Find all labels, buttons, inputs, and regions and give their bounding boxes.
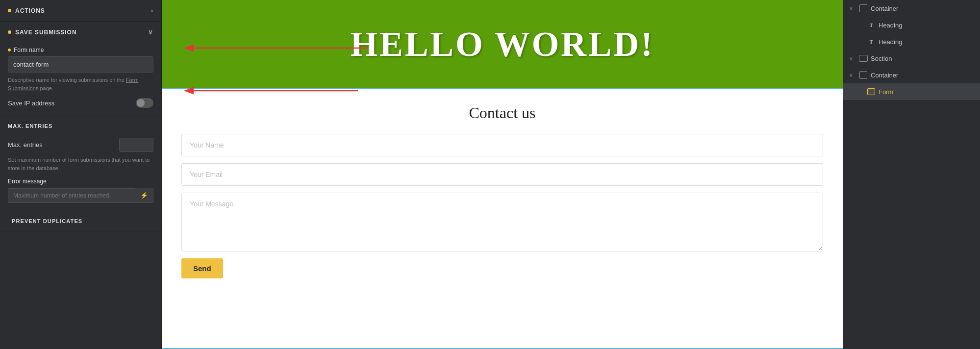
heading-label-1: Heading — [879, 22, 902, 29]
actions-dot — [8, 9, 11, 12]
error-msg-wrap: ⚡ — [8, 188, 153, 203]
lightning-button[interactable]: ⚡ — [135, 188, 153, 203]
actions-header[interactable]: ACTIONS › — [0, 0, 161, 21]
actions-header-left: ACTIONS — [8, 7, 45, 14]
form-icon — [867, 87, 876, 96]
actions-section: ACTIONS › — [0, 0, 161, 22]
save-submission-section: SAVE SUBMISSION ∨ Form name Descriptive … — [0, 22, 161, 116]
help-text-after: page. — [40, 85, 53, 91]
max-entries-row: Max. entries — [8, 138, 153, 152]
save-submission-label: SAVE SUBMISSION — [15, 29, 77, 36]
left-panel: ACTIONS › SAVE SUBMISSION ∨ Form name De… — [0, 0, 162, 349]
tree-item-container-2[interactable]: ∨ Container — [843, 67, 980, 83]
save-ip-row: Save IP address — [8, 98, 153, 108]
heading-icon-2: T — [867, 37, 876, 46]
prevent-duplicates-header[interactable]: PREVENT DUPLICATES — [0, 211, 161, 231]
form-section: Contact us Send — [162, 88, 843, 349]
help-text-before: Descriptive name for viewing submissions… — [8, 77, 125, 83]
name-field[interactable] — [181, 134, 823, 156]
send-button[interactable]: Send — [181, 258, 223, 278]
hero-section: HELLO WORLD! — [162, 0, 843, 88]
prevent-duplicates-label: PREVENT DUPLICATES — [12, 218, 82, 224]
save-submission-header[interactable]: SAVE SUBMISSION ∨ — [0, 22, 161, 43]
tree-item-form[interactable]: › Form — [843, 83, 980, 100]
message-field[interactable] — [181, 193, 823, 251]
save-submission-header-left: SAVE SUBMISSION — [8, 29, 77, 36]
max-entries-content: Max. entries Set maximum number of form … — [0, 134, 161, 211]
chevron-container-1: ∨ — [849, 5, 856, 12]
save-ip-toggle[interactable] — [136, 98, 153, 108]
prevent-duplicates-section: PREVENT DUPLICATES — [0, 211, 161, 231]
form-label: Form — [879, 88, 893, 96]
form-name-dot — [8, 49, 11, 51]
form-title: Contact us — [181, 104, 823, 122]
max-entries-title: MAX. ENTRIES — [0, 116, 161, 134]
form-name-label: Form name — [14, 47, 44, 53]
actions-chevron: › — [151, 7, 153, 14]
save-submission-chevron: ∨ — [148, 28, 153, 36]
heading-icon-1: T — [867, 21, 876, 29]
tree-item-section[interactable]: ∨ Section — [843, 50, 980, 67]
error-message-label: Error message — [8, 178, 47, 185]
container-icon-1 — [859, 4, 868, 13]
save-submission-dot — [8, 30, 11, 34]
error-message-input[interactable] — [8, 188, 135, 203]
tree-item-heading-1[interactable]: › T Heading — [843, 17, 980, 33]
save-ip-label: Save IP address — [8, 100, 54, 107]
container-label-1: Container — [871, 5, 898, 12]
save-submission-content: Form name Descriptive name for viewing s… — [0, 43, 161, 116]
container-label-2: Container — [871, 72, 898, 79]
container-icon-2 — [859, 71, 868, 79]
form-name-label-wrap: Form name — [8, 47, 153, 53]
form-name-input[interactable] — [8, 56, 153, 73]
heading-label-2: Heading — [879, 38, 902, 46]
chevron-section: ∨ — [849, 55, 856, 62]
max-entries-help: Set maximum number of form submissions t… — [8, 156, 153, 172]
max-entries-label: Max. entries — [8, 141, 43, 149]
section-icon — [859, 54, 868, 63]
form-name-help: Descriptive name for viewing submissions… — [8, 76, 153, 92]
max-entries-section: MAX. ENTRIES Max. entries Set maximum nu… — [0, 116, 161, 211]
max-entries-input[interactable] — [119, 138, 153, 152]
hero-title: HELLO WORLD! — [351, 24, 654, 65]
tree-item-heading-2[interactable]: › T Heading — [843, 33, 980, 50]
error-message-label-wrap: Error message — [8, 178, 153, 185]
section-label: Section — [871, 55, 892, 62]
right-panel: ∨ Container › T Heading › T Heading ∨ Se… — [843, 0, 980, 349]
chevron-container-2: ∨ — [849, 72, 856, 78]
tree-item-container-1[interactable]: ∨ Container — [843, 0, 980, 17]
actions-label: ACTIONS — [15, 7, 45, 14]
middle-canvas: HELLO WORLD! Contact us Send — [162, 0, 843, 349]
email-field[interactable] — [181, 163, 823, 186]
